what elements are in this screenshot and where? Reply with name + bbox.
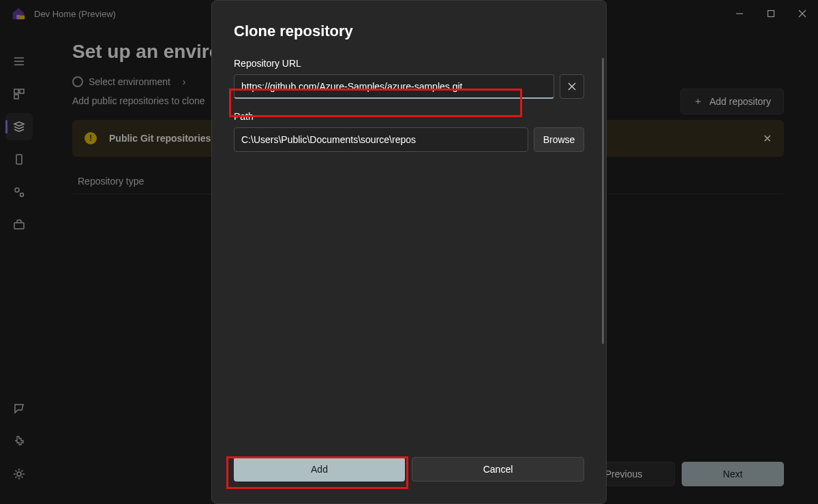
path-label: Path — [234, 111, 584, 122]
dialog-title: Clone repository — [234, 22, 584, 40]
clear-url-button[interactable] — [560, 74, 584, 99]
dialog-actions: Add Cancel — [234, 457, 584, 482]
url-label: Repository URL — [234, 58, 584, 69]
clone-repository-dialog: Clone repository Repository URL Path Bro… — [211, 0, 607, 504]
browse-button[interactable]: Browse — [534, 127, 584, 152]
add-button[interactable]: Add — [234, 457, 405, 482]
repository-url-input[interactable] — [234, 74, 554, 99]
dialog-scrollbar[interactable] — [602, 58, 604, 344]
close-icon — [568, 82, 576, 91]
cancel-button[interactable]: Cancel — [412, 457, 584, 482]
path-input[interactable] — [234, 127, 528, 152]
